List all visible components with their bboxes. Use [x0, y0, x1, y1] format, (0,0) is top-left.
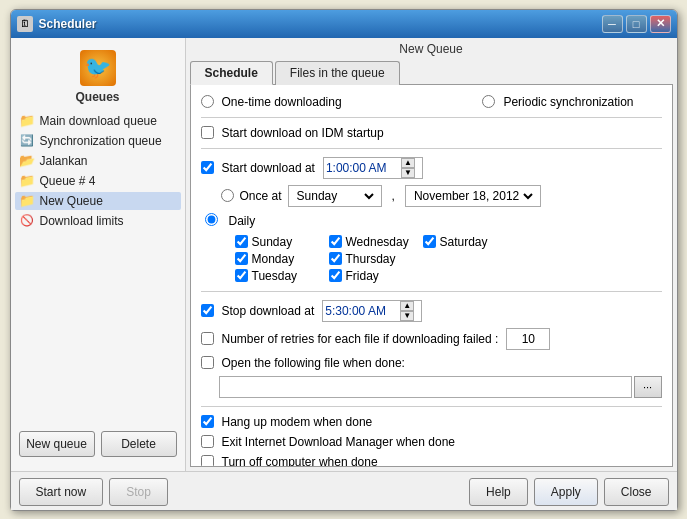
hang-up-row: Hang up modem when done [201, 415, 662, 429]
daily-label: Daily [229, 214, 256, 228]
day-tuesday-row: Tuesday [235, 269, 325, 283]
queues-title: Queues [15, 90, 181, 104]
once-radio[interactable] [221, 189, 234, 202]
once-day-select[interactable]: SundayMondayTuesday WednesdayThursdayFri… [293, 188, 377, 204]
day-thursday-row: Thursday [329, 252, 419, 266]
once-date-select-wrap[interactable]: November 18, 2012 [405, 185, 541, 207]
sidebar-item-download-limits[interactable]: Download limits [15, 212, 181, 230]
days-section: Sunday Monday Tuesday [201, 235, 662, 283]
saturday-checkbox[interactable] [423, 235, 436, 248]
turn-off-row: Turn off computer when done [201, 455, 662, 467]
periodic-radio[interactable] [482, 95, 495, 108]
start-now-button[interactable]: Start now [19, 478, 104, 506]
once-label: Once at [240, 189, 282, 203]
exit-idm-row: Exit Internet Download Manager when done [201, 435, 662, 449]
open-file-row: Open the following file when done: [201, 356, 662, 370]
download-type-row: One-time downloading Periodic synchroniz… [201, 95, 662, 109]
stop-time-input[interactable]: 5:30:00 AM [325, 304, 400, 318]
days-col-2: Wednesday Thursday Friday [329, 235, 419, 283]
start-at-row: Start download at 1:00:00 AM ▲ ▼ [201, 157, 662, 179]
maximize-button[interactable]: □ [626, 15, 647, 33]
main-content: New Queue Schedule Files in the queue On… [186, 38, 677, 471]
folder-icon [19, 174, 35, 188]
apply-button[interactable]: Apply [534, 478, 598, 506]
start-time-input[interactable]: 1:00:00 AM [326, 161, 401, 175]
tuesday-checkbox[interactable] [235, 269, 248, 282]
open-file-checkbox[interactable] [201, 356, 214, 369]
sidebar: 🐦 Queues Main download queue Synchroniza… [11, 38, 186, 471]
help-button[interactable]: Help [469, 478, 528, 506]
daily-radio[interactable] [205, 213, 218, 226]
start-at-label: Start download at [222, 161, 315, 175]
stop-time-input-wrap: 5:30:00 AM ▲ ▼ [322, 300, 422, 322]
sidebar-buttons: New queue Delete [15, 425, 181, 463]
monday-label: Monday [252, 252, 295, 266]
stop-time-down[interactable]: ▼ [400, 311, 414, 321]
limits-icon [19, 214, 35, 228]
stop-time-up[interactable]: ▲ [400, 301, 414, 311]
minimize-button[interactable]: ─ [602, 15, 623, 33]
title-bar-left: 🗓 Scheduler [17, 16, 97, 32]
open-file-label: Open the following file when done: [222, 356, 405, 370]
delete-button[interactable]: Delete [101, 431, 177, 457]
queue-name-title: New Queue [190, 42, 673, 56]
start-time-up[interactable]: ▲ [401, 158, 415, 168]
idm-logo: 🐦 [80, 50, 116, 86]
app-icon: 🗓 [17, 16, 33, 32]
stop-at-label: Stop download at [222, 304, 315, 318]
day-sunday-row: Sunday [235, 235, 325, 249]
tab-schedule[interactable]: Schedule [190, 61, 273, 85]
close-window-button[interactable]: ✕ [650, 15, 671, 33]
once-day-select-wrap[interactable]: SundayMondayTuesday WednesdayThursdayFri… [288, 185, 382, 207]
start-time-down[interactable]: ▼ [401, 168, 415, 178]
sidebar-item-label: Main download queue [40, 114, 157, 128]
once-date-select[interactable]: November 18, 2012 [410, 188, 536, 204]
stop-time-spinner: ▲ ▼ [400, 301, 414, 321]
exit-idm-checkbox[interactable] [201, 435, 214, 448]
file-path-row: ··· [201, 376, 662, 398]
sidebar-item-main-download[interactable]: Main download queue [15, 112, 181, 130]
wednesday-checkbox[interactable] [329, 235, 342, 248]
file-path-input[interactable] [219, 376, 632, 398]
separator-2 [201, 148, 662, 149]
stop-button[interactable]: Stop [109, 478, 168, 506]
tuesday-label: Tuesday [252, 269, 298, 283]
thursday-checkbox[interactable] [329, 252, 342, 265]
day-saturday-row: Saturday [423, 235, 513, 249]
turn-off-checkbox[interactable] [201, 455, 214, 467]
title-controls: ─ □ ✕ [602, 15, 671, 33]
thursday-label: Thursday [346, 252, 396, 266]
sidebar-item-label: Synchronization queue [40, 134, 162, 148]
sidebar-item-jalankan[interactable]: Jalankan [15, 152, 181, 170]
day-wednesday-row: Wednesday [329, 235, 419, 249]
bottom-bar: Start now Stop Help Apply Close [11, 471, 677, 510]
tab-files-in-queue[interactable]: Files in the queue [275, 61, 400, 85]
monday-checkbox[interactable] [235, 252, 248, 265]
hang-up-label: Hang up modem when done [222, 415, 373, 429]
one-time-label: One-time downloading [222, 95, 342, 109]
file-input-wrap: ··· [219, 376, 662, 398]
new-queue-button[interactable]: New queue [19, 431, 95, 457]
sidebar-item-label: Download limits [40, 214, 124, 228]
tabs: Schedule Files in the queue [190, 60, 673, 85]
day-monday-row: Monday [235, 252, 325, 266]
sidebar-item-new-queue[interactable]: New Queue [15, 192, 181, 210]
sidebar-item-queue4[interactable]: Queue # 4 [15, 172, 181, 190]
sidebar-item-label: Jalankan [40, 154, 88, 168]
sidebar-item-label: Queue # 4 [40, 174, 96, 188]
browse-button[interactable]: ··· [634, 376, 662, 398]
friday-checkbox[interactable] [329, 269, 342, 282]
hang-up-checkbox[interactable] [201, 415, 214, 428]
daily-radio-indent [201, 213, 221, 229]
separator-3 [201, 291, 662, 292]
sidebar-item-sync[interactable]: Synchronization queue [15, 132, 181, 150]
one-time-radio[interactable] [201, 95, 214, 108]
folder-icon [19, 114, 35, 128]
start-at-checkbox[interactable] [201, 161, 214, 174]
close-button[interactable]: Close [604, 478, 669, 506]
retries-checkbox[interactable] [201, 332, 214, 345]
startup-checkbox[interactable] [201, 126, 214, 139]
retries-input[interactable]: 10 [506, 328, 550, 350]
stop-at-checkbox[interactable] [201, 304, 214, 317]
sunday-checkbox[interactable] [235, 235, 248, 248]
